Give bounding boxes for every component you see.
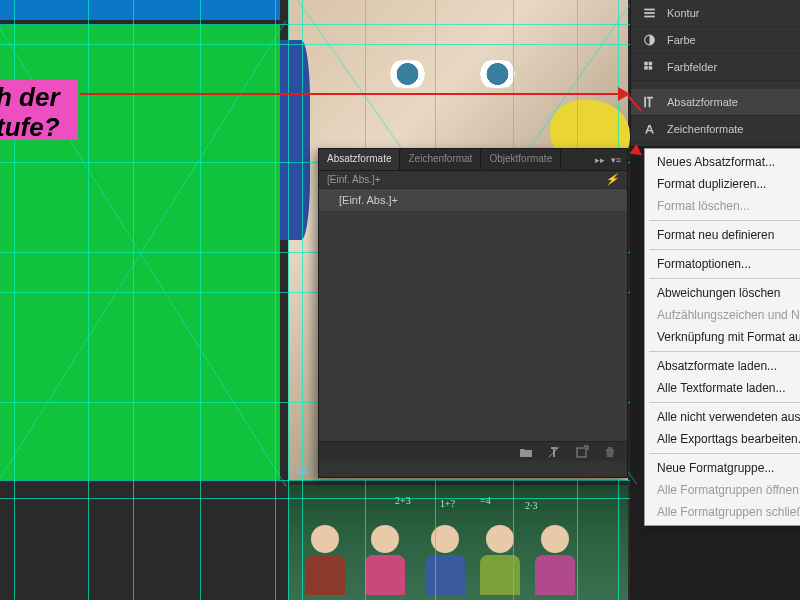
ctx-item: Format löschen... (645, 195, 800, 217)
svg-rect-6 (644, 66, 648, 70)
styles-list[interactable]: [Einf. Abs.]+ (319, 189, 627, 441)
ctx-item[interactable]: Neues Absatzformat... (645, 151, 800, 173)
svg-rect-4 (644, 62, 648, 66)
annotation-arrow (80, 93, 628, 95)
page-blue-region (0, 0, 280, 20)
ctx-item: Alle Formatgruppen öffnen (645, 479, 800, 501)
ctx-item: Aufzählungszeichen und Nummerierung in T… (645, 304, 800, 326)
image-detail (300, 525, 350, 595)
guide-horizontal[interactable] (0, 480, 630, 481)
image-detail (420, 525, 470, 595)
chalk-text: 2+3 (395, 495, 411, 506)
ctx-item[interactable]: Formatoptionen... (645, 253, 800, 275)
new-style-icon[interactable] (575, 445, 589, 459)
chalk-text: 2·3 (525, 500, 538, 511)
panel-label: Farbfelder (667, 61, 717, 73)
color-icon (641, 33, 657, 47)
svg-rect-0 (644, 9, 655, 11)
tab-zeichenformat[interactable]: Zeichenformat (400, 149, 481, 170)
image-detail (475, 525, 525, 595)
guide-horizontal[interactable] (0, 498, 630, 499)
panel-label: Absatzformate (667, 96, 738, 108)
panel-menu-icon[interactable]: ▾≡ (611, 155, 621, 165)
panel-context-menu: Neues Absatzformat...Format duplizieren.… (644, 148, 800, 526)
tab-objektformate[interactable]: Objektformate (481, 149, 561, 170)
stroke-icon (641, 6, 657, 20)
ctx-item[interactable]: Alle Textformate laden... (645, 377, 800, 399)
ctx-item[interactable]: Alle nicht verwendeten auswählen (645, 406, 800, 428)
ctx-item: Alle Formatgruppen schließen (645, 501, 800, 523)
panel-label: Zeichenformate (667, 123, 743, 135)
style-item[interactable]: [Einf. Abs.]+ (319, 189, 627, 211)
guide-vertical[interactable] (200, 0, 201, 600)
ctx-item[interactable]: Absatzformate laden... (645, 355, 800, 377)
quick-apply-icon[interactable]: ⚡ (605, 173, 619, 186)
svg-rect-2 (644, 16, 655, 18)
char-styles-icon (641, 122, 657, 136)
svg-rect-10 (577, 448, 586, 457)
tab-absatzformate[interactable]: Absatzformate (319, 149, 400, 170)
trash-icon (603, 445, 617, 459)
ctx-item[interactable]: Neue Formatgruppe... (645, 457, 800, 479)
svg-rect-1 (644, 12, 655, 14)
panel-row-farbfelder[interactable]: Farbfelder (631, 54, 800, 81)
menu-separator (649, 453, 800, 454)
ctx-item[interactable]: Format duplizieren... (645, 173, 800, 195)
image-detail (470, 60, 525, 88)
menu-separator (649, 278, 800, 279)
svg-rect-8 (644, 97, 646, 108)
chalk-text: 1+? (440, 498, 455, 509)
text-fragment[interactable]: tufe? (0, 112, 60, 143)
image-detail (530, 525, 580, 595)
panel-row-farbe[interactable]: Farbe (631, 27, 800, 54)
guide-horizontal[interactable] (0, 44, 630, 45)
ctx-item[interactable]: Abweichungen löschen (645, 282, 800, 304)
panel-footer (319, 441, 627, 461)
new-group-icon[interactable] (519, 445, 533, 459)
side-panel-dock: Kontur Farbe Farbfelder Absatzformate Ze… (630, 0, 800, 146)
ctx-item[interactable]: Alle Exporttags bearbeiten... (645, 428, 800, 450)
image-detail (280, 40, 310, 240)
image-detail (380, 60, 435, 88)
absatzformate-panel[interactable]: Absatzformate Zeichenformat Objektformat… (318, 148, 628, 478)
current-style-label: [Einf. Abs.]+ (327, 174, 381, 185)
panel-row-kontur[interactable]: Kontur (631, 0, 800, 27)
image-detail (360, 525, 410, 595)
guide-vertical[interactable] (302, 0, 303, 600)
guide-vertical[interactable] (133, 0, 134, 600)
svg-rect-7 (648, 66, 652, 70)
panel-label: Kontur (667, 7, 699, 19)
chalk-text: =4 (480, 495, 491, 506)
panel-tabs: Absatzformate Zeichenformat Objektformat… (319, 149, 627, 171)
paragraph-styles-icon (641, 95, 657, 109)
ctx-item[interactable]: Verknüpfung mit Format aufheben (645, 326, 800, 348)
guide-vertical[interactable] (288, 0, 289, 600)
menu-separator (649, 402, 800, 403)
menu-separator (649, 249, 800, 250)
panel-label: Farbe (667, 34, 696, 46)
collapse-icon[interactable]: ▸▸ (595, 155, 605, 165)
menu-separator (649, 220, 800, 221)
svg-rect-5 (648, 62, 652, 66)
guide-vertical[interactable] (88, 0, 89, 600)
swatches-icon (641, 60, 657, 74)
guide-vertical[interactable] (275, 0, 276, 600)
link-icon[interactable] (296, 464, 312, 474)
ctx-item[interactable]: Format neu definieren (645, 224, 800, 246)
clear-overrides-icon[interactable] (547, 445, 561, 459)
panel-row-zeichenformate[interactable]: Zeichenformate (631, 116, 800, 143)
menu-separator (649, 351, 800, 352)
panel-row-absatzformate[interactable]: Absatzformate (631, 89, 800, 116)
text-fragment[interactable]: h der (0, 82, 60, 113)
